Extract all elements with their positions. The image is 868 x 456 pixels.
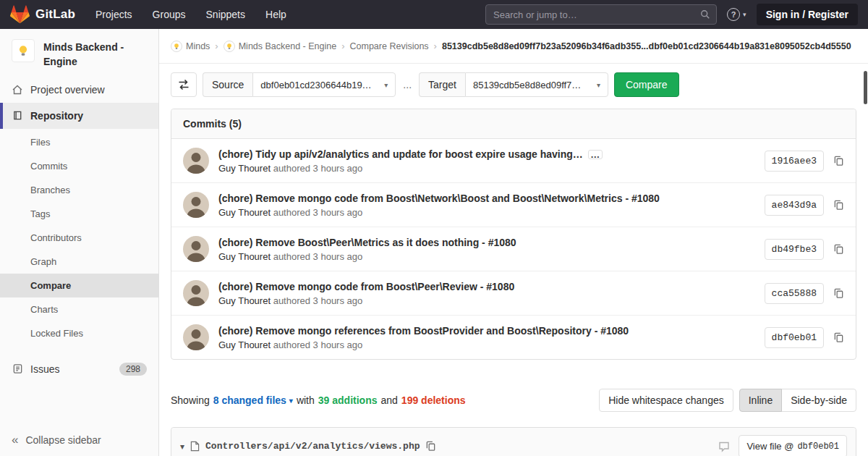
commit-actions: cca55888	[765, 283, 844, 304]
copy-icon	[833, 332, 844, 343]
commit-row: (chore) Tidy up api/v2/analytics and upd…	[171, 139, 856, 183]
commit-title[interactable]: (chore) Remove Boost\Peer\Metrics as it …	[218, 237, 755, 248]
compare-button[interactable]: Compare	[614, 72, 679, 97]
commit-title[interactable]: (chore) Tidy up api/v2/analytics and upd…	[218, 148, 583, 160]
collapse-sidebar-button[interactable]: « Collapse sidebar	[0, 424, 158, 456]
sign-in-button[interactable]: Sign in / Register	[757, 4, 858, 25]
commit-authored-ago: authored 3 hours ago	[273, 295, 363, 306]
top-navbar: GitLab Projects Groups Snippets Help ? ▾…	[0, 0, 868, 29]
commit-sha-link[interactable]: dbf0eb01	[765, 327, 824, 348]
commit-sha-link[interactable]: ae843d9a	[765, 195, 824, 216]
copy-icon	[833, 200, 844, 211]
author-avatar[interactable]	[183, 280, 209, 306]
commit-sha-link[interactable]: 1916aee3	[765, 151, 824, 172]
deletions-count: 199 deletions	[401, 394, 466, 406]
sidebar-subitem-charts[interactable]: Charts	[0, 297, 158, 321]
commit-actions: 1916aee3	[765, 151, 844, 172]
inline-view-button[interactable]: Inline	[739, 389, 782, 412]
nav-snippets[interactable]: Snippets	[206, 9, 245, 20]
file-path-link[interactable]: Controllers/api/v2/analytics/views.php	[205, 441, 420, 452]
sidebar-subitem-branches[interactable]: Branches	[0, 178, 158, 202]
view-file-button[interactable]: View file @ dbf0eb01	[739, 435, 847, 456]
diff-stats-bar: Showing 8 changed files ▾ with 39 additi…	[171, 389, 856, 412]
target-ref-dropdown[interactable]: 85139cdb5e8d8ed09ff7… ▾	[465, 72, 608, 97]
issues-icon	[12, 363, 23, 374]
commit-meta: Guy Thouret authored 3 hours ago	[218, 163, 755, 174]
navbar-right: ? ▾ Sign in / Register	[485, 4, 858, 25]
commit-actions: db49fbe3	[765, 239, 844, 260]
commit-authored-ago: authored 3 hours ago	[273, 207, 363, 218]
search-input[interactable]	[493, 9, 700, 20]
commit-row: (chore) Remove mongo code from Boost\Net…	[171, 183, 856, 227]
source-label: Source	[203, 72, 252, 97]
sidebar-subitem-locked-files[interactable]: Locked Files	[0, 321, 158, 345]
commit-sha-link[interactable]: db49fbe3	[765, 239, 824, 260]
changed-files-dropdown[interactable]: 8 changed files ▾	[213, 394, 293, 406]
sidebar-item-issues[interactable]: Issues 298	[0, 355, 158, 383]
sidebar-subitem-compare[interactable]: Compare	[0, 274, 158, 297]
commit-author-link[interactable]: Guy Thouret	[218, 295, 271, 306]
copy-sha-button[interactable]	[833, 332, 844, 343]
source-ref-dropdown[interactable]: dbf0eb01cd2306644b19… ▾	[252, 72, 396, 97]
copy-icon	[425, 441, 436, 452]
issues-count-badge: 298	[119, 363, 147, 376]
sidebar-item-repository[interactable]: Repository	[0, 103, 158, 129]
sidebar-subitem-files[interactable]: Files	[0, 130, 158, 154]
copy-file-path-button[interactable]	[425, 441, 436, 452]
copy-sha-button[interactable]	[833, 156, 844, 166]
project-context-header[interactable]: Minds Backend - Engine	[0, 29, 158, 77]
side-by-side-view-button[interactable]: Side-by-side	[781, 389, 856, 412]
comment-icon[interactable]	[718, 441, 730, 452]
author-avatar[interactable]	[183, 192, 209, 218]
breadcrumb-section-label: Compare Revisions	[350, 41, 429, 51]
main-content: Minds › Minds Backend - Engine › Compare…	[159, 29, 868, 456]
sidebar-subitem-contributors[interactable]: Contributors	[0, 226, 158, 250]
commit-authored-ago: authored 3 hours ago	[273, 251, 363, 262]
help-dropdown[interactable]: ? ▾	[727, 8, 746, 21]
sidebar-subitem-graph[interactable]: Graph	[0, 250, 158, 274]
swap-revisions-button[interactable]	[171, 72, 197, 97]
author-avatar[interactable]	[183, 148, 209, 174]
range-dots: ...	[401, 79, 413, 90]
sidebar-item-project-overview[interactable]: Project overview	[0, 77, 158, 103]
hide-whitespace-button[interactable]: Hide whitespace changes	[599, 389, 733, 412]
commit-author-link[interactable]: Guy Thouret	[218, 207, 271, 218]
breadcrumb-section[interactable]: Compare Revisions	[350, 41, 429, 51]
breadcrumb-project[interactable]: Minds Backend - Engine	[224, 41, 337, 52]
commit-author-link[interactable]: Guy Thouret	[218, 251, 271, 262]
commit-meta: Guy Thouret authored 3 hours ago	[218, 251, 755, 262]
commit-title[interactable]: (chore) Remove mongo code from Boost\Pee…	[218, 281, 755, 292]
commits-panel: Commits (5) (chore) Tidy up api/v2/analy…	[171, 109, 856, 360]
sidebar-subitem-commits[interactable]: Commits	[0, 154, 158, 178]
search-icon	[700, 9, 710, 20]
commit-actions: dbf0eb01	[765, 327, 844, 348]
commit-title[interactable]: (chore) Remove mongo code from Boost\Net…	[218, 193, 755, 204]
additions-count: 39 additions	[318, 394, 378, 406]
nav-help[interactable]: Help	[265, 9, 286, 20]
with-label: with	[297, 394, 315, 406]
collapse-diff-caret-icon[interactable]: ▾	[180, 442, 184, 452]
vertical-scrollbar-thumb[interactable]	[864, 71, 867, 104]
collapse-label: Collapse sidebar	[25, 434, 101, 446]
chevron-down-icon: ▾	[384, 81, 388, 89]
commit-title[interactable]: (chore) Remove mongo references from Boo…	[218, 325, 755, 337]
nav-projects[interactable]: Projects	[95, 9, 132, 20]
copy-sha-button[interactable]	[833, 200, 844, 211]
commit-author-link[interactable]: Guy Thouret	[218, 339, 271, 350]
logo-text: GitLab	[35, 7, 75, 22]
gitlab-logo[interactable]: GitLab	[10, 5, 75, 24]
sidebar-subitem-tags[interactable]: Tags	[0, 202, 158, 226]
commit-sha-link[interactable]: cca55888	[765, 283, 824, 304]
commit-row: (chore) Remove Boost\Peer\Metrics as it …	[171, 227, 856, 271]
commit-author-link[interactable]: Guy Thouret	[218, 163, 271, 174]
copy-sha-button[interactable]	[833, 244, 844, 255]
copy-sha-button[interactable]	[833, 288, 844, 299]
commit-description-toggle[interactable]: …	[588, 150, 603, 159]
author-avatar[interactable]	[183, 324, 209, 350]
target-ref-group: Target 85139cdb5e8d8ed09ff7… ▾	[419, 72, 608, 97]
nav-groups[interactable]: Groups	[153, 9, 186, 20]
breadcrumb-group[interactable]: Minds	[171, 41, 210, 52]
collapse-icon: «	[12, 436, 18, 444]
author-avatar[interactable]	[183, 236, 209, 262]
breadcrumb-separator: ›	[215, 41, 218, 51]
